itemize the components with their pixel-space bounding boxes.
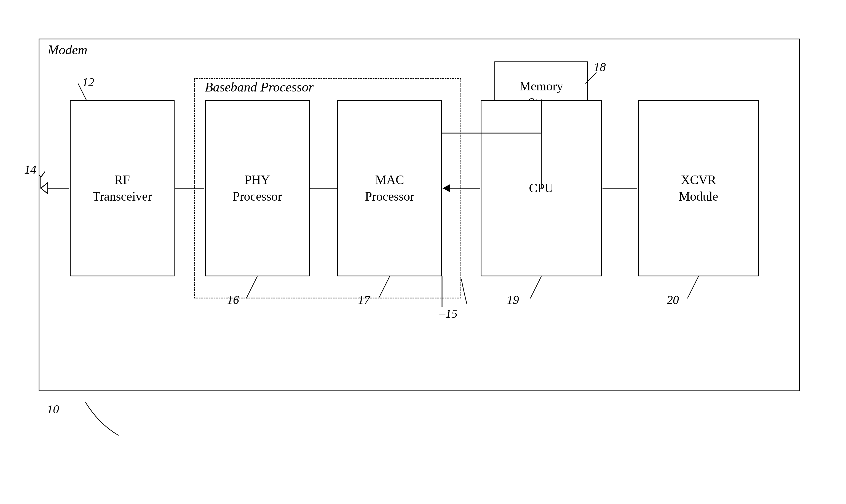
svg-marker-1: [41, 183, 48, 194]
xcvr-module-label: XCVRModule: [678, 172, 718, 205]
svg-line-4: [39, 172, 41, 177]
xcvr-module-box: XCVRModule: [638, 100, 759, 276]
baseband-processor-label: Baseband Processor: [205, 79, 314, 94]
svg-line-3: [41, 172, 45, 177]
modem-label: Modem: [48, 42, 87, 57]
rf-transceiver-label: RFTransceiver: [92, 172, 152, 205]
phy-ref: 16: [227, 293, 239, 307]
modem-bottom-ref: 10: [47, 402, 59, 416]
antenna-ref: 14: [24, 163, 36, 177]
cpu-box: CPU: [481, 100, 602, 276]
diagram-area: Modem RFTransceiver Baseband Processor P…: [22, 22, 822, 463]
xcvr-ref: 20: [667, 293, 679, 307]
phy-processor-box: PHYProcessor: [205, 100, 310, 276]
mac-processor-label: MACProcessor: [365, 172, 415, 205]
rf-ref: 12: [82, 75, 94, 89]
memory-ref: 18: [594, 60, 606, 74]
mac-ref: 17: [358, 293, 370, 307]
phy-processor-label: PHYProcessor: [233, 172, 282, 205]
cpu-label: CPU: [529, 180, 553, 197]
cpu-ref: 19: [507, 293, 519, 307]
mac-processor-box: MACProcessor: [337, 100, 442, 276]
modem-box: Modem RFTransceiver Baseband Processor P…: [39, 39, 800, 391]
baseband-ref: –15: [439, 307, 457, 321]
rf-transceiver-box: RFTransceiver: [70, 100, 175, 276]
